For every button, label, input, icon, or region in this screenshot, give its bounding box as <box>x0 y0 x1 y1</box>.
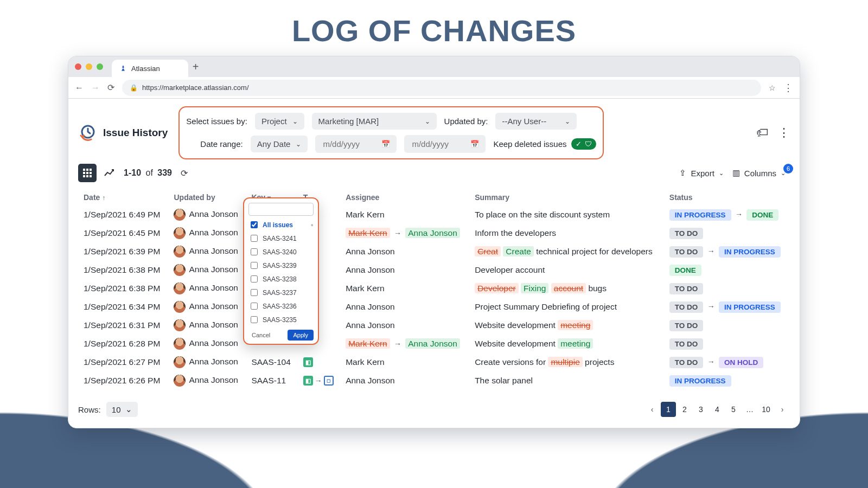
pager-next[interactable]: › <box>775 402 790 417</box>
export-label: Export <box>691 169 714 178</box>
close-icon[interactable] <box>75 63 81 70</box>
export-button[interactable]: ⇪ Export ⌄ <box>679 168 723 178</box>
summary-text: bugs <box>588 284 607 293</box>
col-assignee[interactable]: Assignee <box>340 190 469 206</box>
table-row[interactable]: 1/Sep/2021 6:45 PMAnna JonsonMark Kern →… <box>78 224 790 242</box>
status-badge: IN PROGRESS <box>669 375 731 387</box>
chart-view-button[interactable] <box>100 164 118 182</box>
key-filter-all[interactable]: All issues ● <box>248 218 314 232</box>
cell-key[interactable]: SAAS-104 <box>246 353 297 371</box>
pager-prev[interactable]: ‹ <box>644 402 660 417</box>
col-summary[interactable]: Summary <box>469 190 664 206</box>
pager-page[interactable]: 4 <box>710 402 725 417</box>
pager-page[interactable]: 5 <box>726 402 741 417</box>
calendar-icon: 📅 <box>470 140 479 148</box>
table-row[interactable]: 1/Sep/2021 6:34 PMAnna JonsonAnna Jonson… <box>78 298 790 316</box>
columns-badge: 6 <box>783 164 793 174</box>
key-filter-cancel[interactable]: Cancel <box>248 331 273 339</box>
date-to-field[interactable] <box>411 139 465 149</box>
pager-page[interactable]: 10 <box>758 402 774 417</box>
bookmark-icon[interactable]: ☆ <box>769 84 776 92</box>
arrow-right-icon: → <box>707 357 715 366</box>
date-from-field[interactable] <box>322 139 376 149</box>
url-field[interactable]: 🔒 https://marketplace.atlassian.com/ <box>122 80 761 96</box>
pager-page[interactable]: 3 <box>693 402 709 417</box>
table-row[interactable]: 1/Sep/2021 6:31 PMAnna JonsonAnna Jonson… <box>78 316 790 335</box>
more-icon[interactable]: ⋮ <box>778 126 790 140</box>
status-badge: IN PROGRESS <box>669 209 731 221</box>
updated-by-value: --Any User-- <box>502 117 546 126</box>
key-filter-checkbox[interactable] <box>251 248 258 255</box>
back-icon[interactable]: ← <box>75 83 84 93</box>
key-filter-option[interactable]: SAAS-3240 <box>248 245 314 259</box>
col-updated-by[interactable]: Updated by <box>168 190 246 206</box>
pager-page[interactable]: 1 <box>661 402 676 417</box>
date-range-dropdown[interactable]: Any Date ⌄ <box>251 136 308 152</box>
grid-view-button[interactable] <box>78 164 97 182</box>
cell-status: TO DO → ON HOLD <box>664 353 790 371</box>
svg-rect-3 <box>90 169 92 171</box>
browser-menu-icon[interactable]: ⋮ <box>783 82 793 94</box>
key-filter-option[interactable]: SAAS-3235 <box>248 313 314 326</box>
select-by-label: Select issues by: <box>186 117 247 126</box>
select-by-dropdown[interactable]: Project ⌄ <box>255 113 304 130</box>
key-filter-checkbox[interactable] <box>251 316 258 323</box>
table-row[interactable]: 1/Sep/2021 6:38 PMAnna JonsonMark KernDe… <box>78 279 790 298</box>
pager-page[interactable]: 2 <box>677 402 692 417</box>
export-icon: ⇪ <box>679 168 686 178</box>
cell-key[interactable]: SAAS-11 <box>246 371 297 390</box>
cell-updated-by: Anna Jonson <box>168 279 246 298</box>
columns-button[interactable]: ▥ Columns ⌄ 6 <box>732 168 790 178</box>
cell-date: 1/Sep/2021 6:34 PM <box>78 298 168 316</box>
cell-status: TO DO <box>664 335 790 353</box>
table-row[interactable]: 1/Sep/2021 6:28 PMAnna JonsonMark Kern →… <box>78 335 790 353</box>
browser-tab[interactable]: Atlassian <box>112 60 188 77</box>
cell-assignee: Anna Jonson <box>340 261 469 279</box>
table-row[interactable]: 1/Sep/2021 6:38 PMAnna Jonson◻Anna Jonso… <box>78 261 790 279</box>
table-row[interactable]: 1/Sep/2021 6:26 PMAnna JonsonSAAS-11◧→◻A… <box>78 371 790 390</box>
key-filter-checkbox[interactable] <box>251 303 258 310</box>
rows-dropdown[interactable]: 10 ⌄ <box>106 402 138 417</box>
key-filter-option[interactable]: SAAS-3237 <box>248 286 314 299</box>
key-filter-apply[interactable]: Apply <box>288 330 314 341</box>
col-date[interactable]: Date↑ <box>78 190 168 206</box>
cell-assignee: Anna Jonson <box>340 242 469 261</box>
maximize-icon[interactable] <box>97 63 103 70</box>
refresh-button[interactable]: ⟳ <box>181 168 188 178</box>
key-filter-option[interactable]: SAAS-3238 <box>248 272 314 286</box>
atlassian-icon <box>119 65 127 72</box>
key-filter-checkbox[interactable] <box>251 262 258 269</box>
cell-updated-by: Anna Jonson <box>168 261 246 279</box>
clear-icon[interactable]: ● <box>311 222 314 228</box>
tabstrip: Atlassian + <box>68 56 800 77</box>
updated-by-dropdown[interactable]: --Any User-- ⌄ <box>495 113 577 130</box>
project-dropdown[interactable]: Marketing [MAR] ⌄ <box>312 113 437 130</box>
table-row[interactable]: 1/Sep/2021 6:49 PMAnna JonsonMark KernTo… <box>78 206 790 224</box>
cell-status: TO DO → IN PROGRESS <box>664 242 790 261</box>
new-tab-button[interactable]: + <box>193 61 199 73</box>
summary-text: technical project for developers <box>536 247 653 256</box>
date-to-input[interactable]: 📅 <box>404 135 486 153</box>
key-filter-option[interactable]: SAAS-3239 <box>248 259 314 272</box>
key-filter-option[interactable]: SAAS-3241 <box>248 232 314 245</box>
status-badge: IN PROGRESS <box>719 246 781 258</box>
key-filter-option-label: SAAS-3241 <box>263 235 297 242</box>
key-filter-option[interactable]: SAAS-3236 <box>248 299 314 313</box>
key-filter-checkbox[interactable] <box>251 275 258 282</box>
avatar <box>174 338 186 350</box>
minimize-icon[interactable] <box>86 63 92 70</box>
tag-icon[interactable]: 🏷 <box>756 126 768 140</box>
table-row[interactable]: 1/Sep/2021 6:27 PMAnna JonsonSAAS-104◧Ma… <box>78 353 790 371</box>
forward-icon[interactable]: → <box>91 83 100 93</box>
key-filter-checkbox[interactable] <box>251 289 258 296</box>
col-status[interactable]: Status <box>664 190 790 206</box>
window-controls[interactable] <box>75 63 103 70</box>
keep-deleted-toggle[interactable]: ✓ 🛡 <box>571 138 596 150</box>
key-filter-search[interactable] <box>248 203 314 216</box>
diff-removed: meeting <box>558 320 593 330</box>
table-row[interactable]: 1/Sep/2021 6:39 PMAnna JonsonAnna Jonson… <box>78 242 790 261</box>
key-filter-all-checkbox[interactable] <box>251 221 258 228</box>
reload-icon[interactable]: ⟳ <box>107 82 114 93</box>
date-from-input[interactable]: 📅 <box>315 135 397 153</box>
key-filter-checkbox[interactable] <box>251 235 258 242</box>
